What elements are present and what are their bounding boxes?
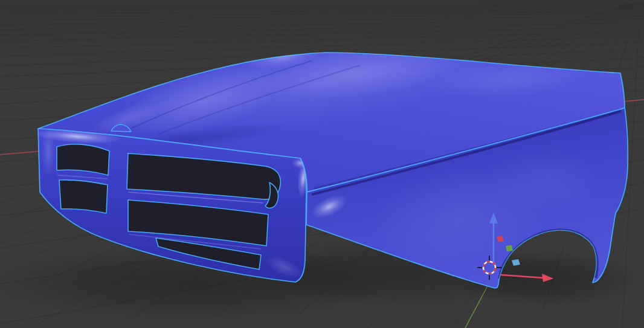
grille-opening-left-lower[interactable] xyxy=(59,180,108,213)
gizmo-xy-plane-handle[interactable] xyxy=(506,245,513,251)
grille-pillar-sheen xyxy=(42,127,55,178)
3d-viewport[interactable] xyxy=(0,0,644,328)
fender-highlight xyxy=(486,150,601,213)
